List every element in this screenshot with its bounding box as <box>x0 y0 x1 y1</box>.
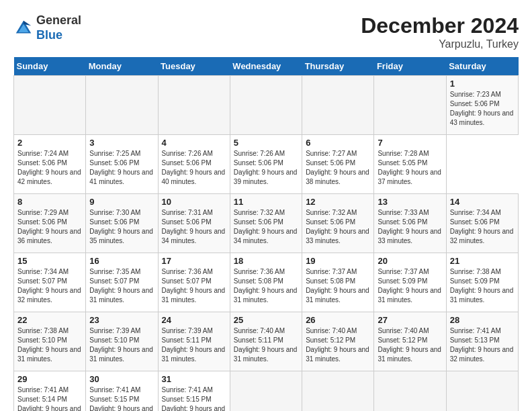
calendar-cell: 22Sunrise: 7:38 AMSunset: 5:10 PMDayligh… <box>14 312 86 371</box>
day-number: 8 <box>17 197 82 207</box>
day-number: 5 <box>234 138 298 148</box>
day-number: 11 <box>234 197 298 207</box>
calendar-week-2: 2Sunrise: 7:24 AMSunset: 5:06 PMDaylight… <box>14 135 519 194</box>
day-number: 7 <box>378 138 442 148</box>
day-number: 9 <box>89 197 154 207</box>
calendar-week-3: 8Sunrise: 7:29 AMSunset: 5:06 PMDaylight… <box>14 194 519 253</box>
calendar-cell: 23Sunrise: 7:39 AMSunset: 5:10 PMDayligh… <box>86 312 158 371</box>
day-info: Sunrise: 7:40 AMSunset: 5:12 PMDaylight:… <box>306 326 370 364</box>
calendar-cell: 19Sunrise: 7:37 AMSunset: 5:08 PMDayligh… <box>302 253 374 312</box>
calendar-cell: 13Sunrise: 7:33 AMSunset: 5:06 PMDayligh… <box>374 194 446 253</box>
day-info: Sunrise: 7:41 AMSunset: 5:15 PMDaylight:… <box>162 385 226 411</box>
weekday-header-saturday: Saturday <box>446 57 518 76</box>
calendar-cell: 25Sunrise: 7:40 AMSunset: 5:11 PMDayligh… <box>230 312 302 371</box>
day-info: Sunrise: 7:30 AMSunset: 5:06 PMDaylight:… <box>89 208 154 246</box>
weekday-header-friday: Friday <box>374 57 446 76</box>
calendar-cell: 9Sunrise: 7:30 AMSunset: 5:06 PMDaylight… <box>86 194 158 253</box>
calendar-week-6: 29Sunrise: 7:41 AMSunset: 5:14 PMDayligh… <box>14 371 519 412</box>
day-info: Sunrise: 7:37 AMSunset: 5:09 PMDaylight:… <box>378 267 442 305</box>
day-number: 18 <box>234 256 298 266</box>
weekday-header-sunday: Sunday <box>14 57 86 76</box>
calendar-cell: 3Sunrise: 7:25 AMSunset: 5:06 PMDaylight… <box>86 135 158 194</box>
calendar-cell <box>302 76 374 135</box>
logo-text-general: General <box>36 13 81 28</box>
calendar-cell <box>230 371 302 412</box>
calendar-cell: 8Sunrise: 7:29 AMSunset: 5:06 PMDaylight… <box>14 194 86 253</box>
calendar-cell <box>230 76 302 135</box>
calendar-cell: 2Sunrise: 7:24 AMSunset: 5:06 PMDaylight… <box>14 135 86 194</box>
day-number: 30 <box>89 374 154 384</box>
calendar-cell: 16Sunrise: 7:35 AMSunset: 5:07 PMDayligh… <box>86 253 158 312</box>
calendar-week-5: 22Sunrise: 7:38 AMSunset: 5:10 PMDayligh… <box>14 312 519 371</box>
calendar-cell: 4Sunrise: 7:26 AMSunset: 5:06 PMDaylight… <box>158 135 230 194</box>
calendar-table: SundayMondayTuesdayWednesdayThursdayFrid… <box>13 57 519 411</box>
calendar-cell: 7Sunrise: 7:28 AMSunset: 5:05 PMDaylight… <box>374 135 446 194</box>
calendar-week-1: 1Sunrise: 7:23 AMSunset: 5:06 PMDaylight… <box>14 76 519 135</box>
calendar-cell: 27Sunrise: 7:40 AMSunset: 5:12 PMDayligh… <box>374 312 446 371</box>
page-header: General Blue December 2024 Yarpuzlu, Tur… <box>13 13 519 50</box>
day-info: Sunrise: 7:41 AMSunset: 5:14 PMDaylight:… <box>17 385 82 411</box>
day-info: Sunrise: 7:35 AMSunset: 5:07 PMDaylight:… <box>89 267 154 305</box>
day-info: Sunrise: 7:25 AMSunset: 5:06 PMDaylight:… <box>89 149 154 187</box>
day-number: 27 <box>378 315 442 325</box>
calendar-cell: 20Sunrise: 7:37 AMSunset: 5:09 PMDayligh… <box>374 253 446 312</box>
day-info: Sunrise: 7:32 AMSunset: 5:06 PMDaylight:… <box>234 208 298 246</box>
logo-text-blue: Blue <box>36 28 81 43</box>
day-number: 14 <box>450 197 515 207</box>
day-info: Sunrise: 7:27 AMSunset: 5:06 PMDaylight:… <box>306 149 370 187</box>
calendar-cell: 10Sunrise: 7:31 AMSunset: 5:06 PMDayligh… <box>158 194 230 253</box>
day-number: 1 <box>450 79 515 89</box>
day-number: 6 <box>306 138 370 148</box>
day-number: 12 <box>306 197 370 207</box>
logo: General Blue <box>13 13 81 42</box>
calendar-cell: 30Sunrise: 7:41 AMSunset: 5:15 PMDayligh… <box>86 371 158 412</box>
day-number: 25 <box>234 315 298 325</box>
day-info: Sunrise: 7:36 AMSunset: 5:08 PMDaylight:… <box>234 267 298 305</box>
calendar-cell: 21Sunrise: 7:38 AMSunset: 5:09 PMDayligh… <box>446 253 518 312</box>
day-info: Sunrise: 7:41 AMSunset: 5:15 PMDaylight:… <box>89 385 154 411</box>
day-info: Sunrise: 7:23 AMSunset: 5:06 PMDaylight:… <box>450 90 515 128</box>
day-number: 16 <box>89 256 154 266</box>
day-number: 10 <box>162 197 226 207</box>
calendar-cell: 28Sunrise: 7:41 AMSunset: 5:13 PMDayligh… <box>446 312 518 371</box>
day-info: Sunrise: 7:41 AMSunset: 5:13 PMDaylight:… <box>450 326 515 364</box>
day-info: Sunrise: 7:34 AMSunset: 5:06 PMDaylight:… <box>450 208 515 246</box>
day-number: 24 <box>162 315 226 325</box>
calendar-cell: 1Sunrise: 7:23 AMSunset: 5:06 PMDaylight… <box>446 76 518 135</box>
day-info: Sunrise: 7:39 AMSunset: 5:11 PMDaylight:… <box>162 326 226 364</box>
day-number: 21 <box>450 256 515 266</box>
day-info: Sunrise: 7:31 AMSunset: 5:06 PMDaylight:… <box>162 208 226 246</box>
day-number: 19 <box>306 256 370 266</box>
day-info: Sunrise: 7:38 AMSunset: 5:09 PMDaylight:… <box>450 267 515 305</box>
month-year-title: December 2024 <box>361 13 519 38</box>
day-number: 28 <box>450 315 515 325</box>
calendar-cell <box>14 76 86 135</box>
calendar-cell: 5Sunrise: 7:26 AMSunset: 5:06 PMDaylight… <box>230 135 302 194</box>
calendar-cell: 24Sunrise: 7:39 AMSunset: 5:11 PMDayligh… <box>158 312 230 371</box>
calendar-cell: 12Sunrise: 7:32 AMSunset: 5:06 PMDayligh… <box>302 194 374 253</box>
weekday-header-tuesday: Tuesday <box>158 57 230 76</box>
day-info: Sunrise: 7:40 AMSunset: 5:12 PMDaylight:… <box>378 326 442 364</box>
calendar-cell: 14Sunrise: 7:34 AMSunset: 5:06 PMDayligh… <box>446 194 518 253</box>
day-info: Sunrise: 7:26 AMSunset: 5:06 PMDaylight:… <box>234 149 298 187</box>
calendar-header-row: SundayMondayTuesdayWednesdayThursdayFrid… <box>14 57 519 76</box>
calendar-cell: 17Sunrise: 7:36 AMSunset: 5:07 PMDayligh… <box>158 253 230 312</box>
calendar-cell <box>302 371 374 412</box>
day-number: 13 <box>378 197 442 207</box>
day-number: 23 <box>89 315 154 325</box>
calendar-cell: 15Sunrise: 7:34 AMSunset: 5:07 PMDayligh… <box>14 253 86 312</box>
calendar-cell: 31Sunrise: 7:41 AMSunset: 5:15 PMDayligh… <box>158 371 230 412</box>
day-number: 17 <box>162 256 226 266</box>
logo-icon <box>13 18 34 38</box>
day-number: 20 <box>378 256 442 266</box>
day-info: Sunrise: 7:38 AMSunset: 5:10 PMDaylight:… <box>17 326 82 364</box>
day-info: Sunrise: 7:26 AMSunset: 5:06 PMDaylight:… <box>162 149 226 187</box>
calendar-cell: 29Sunrise: 7:41 AMSunset: 5:14 PMDayligh… <box>14 371 86 412</box>
calendar-cell <box>374 76 446 135</box>
day-info: Sunrise: 7:33 AMSunset: 5:06 PMDaylight:… <box>378 208 442 246</box>
calendar-cell: 11Sunrise: 7:32 AMSunset: 5:06 PMDayligh… <box>230 194 302 253</box>
calendar-week-4: 15Sunrise: 7:34 AMSunset: 5:07 PMDayligh… <box>14 253 519 312</box>
location-subtitle: Yarpuzlu, Turkey <box>361 38 519 50</box>
day-info: Sunrise: 7:37 AMSunset: 5:08 PMDaylight:… <box>306 267 370 305</box>
title-block: December 2024 Yarpuzlu, Turkey <box>361 13 519 50</box>
